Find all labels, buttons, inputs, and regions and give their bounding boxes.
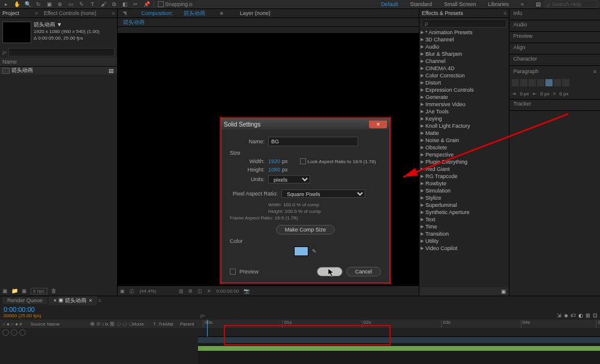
effects-category-row[interactable]: ▶JAe Tools <box>419 108 509 115</box>
effects-category-row[interactable]: ▶Immersive Video <box>419 101 509 108</box>
effects-category-row[interactable]: ▶Plugin Everything <box>419 158 509 166</box>
effects-category-row[interactable]: ▶Matte <box>419 130 509 137</box>
layer-tab[interactable]: Layer (none) <box>235 10 275 16</box>
tl-visibility-dot[interactable] <box>2 329 9 336</box>
bpc-toggle[interactable]: 8 bpc <box>31 288 47 294</box>
eyedropper-icon[interactable]: ✎ <box>312 248 317 254</box>
indent-first-icon[interactable]: ≡ <box>553 91 556 97</box>
timeline-layer-bar[interactable] <box>198 346 600 351</box>
puppet-tool-icon[interactable]: 📌 <box>143 1 150 8</box>
tl-audio-dot[interactable] <box>11 329 17 336</box>
tl-parent-header[interactable]: Parent <box>180 321 194 327</box>
indent-right-icon[interactable]: ⇤ <box>533 91 537 97</box>
effects-search-input[interactable] <box>422 19 507 28</box>
clone-tool-icon[interactable]: ⧉ <box>110 1 118 8</box>
selection-tool-icon[interactable]: ▸ <box>2 1 10 8</box>
effects-category-row[interactable]: ▶3D Channel <box>419 36 509 43</box>
panel-menu-icon[interactable]: ≡ <box>98 297 101 303</box>
panel-menu-icon[interactable]: ≡ <box>503 10 506 16</box>
brush-tool-icon[interactable]: 🖌 <box>100 1 107 8</box>
effects-category-row[interactable]: ▶Keying <box>419 115 509 122</box>
tl-opt3-icon[interactable]: 🏷 <box>571 312 576 318</box>
panel-menu-icon[interactable]: ≡ <box>593 68 596 74</box>
composition-tab[interactable]: Composition: 箭头动画 <box>131 10 215 17</box>
eraser-tool-icon[interactable]: ◧ <box>121 1 128 8</box>
make-comp-size-button[interactable]: Make Comp Size <box>276 225 335 234</box>
effects-category-row[interactable]: ▶Expression Controls <box>419 86 509 94</box>
viewer-res-icon[interactable]: ▥ <box>179 288 184 294</box>
workspace-toggle-icon[interactable]: ▤ <box>536 1 541 7</box>
timeline-timecode[interactable]: 0:00:00:00 <box>4 306 194 313</box>
align-left-icon[interactable] <box>512 79 519 86</box>
tracker-panel-tab[interactable]: Tracker <box>509 100 600 110</box>
audio-panel-tab[interactable]: Audio <box>509 20 600 31</box>
effects-category-row[interactable]: ▶Red Giant <box>419 166 509 173</box>
tl-opt2-icon[interactable]: ◈ <box>564 312 568 318</box>
tl-opt1-icon[interactable]: ⇲ <box>557 312 562 318</box>
workspace-libraries[interactable]: Libraries <box>488 1 509 7</box>
indent-left-value[interactable]: 0 px <box>520 91 529 97</box>
tl-opt6-icon[interactable]: ⊡ <box>593 312 598 318</box>
effects-category-row[interactable]: ▶Text <box>419 216 509 223</box>
paragraph-panel-tab[interactable]: Paragraph <box>513 68 538 74</box>
pan-behind-tool-icon[interactable]: ⊕ <box>56 1 64 8</box>
viewer-close-icon[interactable]: ✕ <box>207 288 211 294</box>
units-select[interactable]: pixels <box>268 175 310 183</box>
effects-category-row[interactable]: ▶CINEMA 4D <box>419 65 509 72</box>
help-search[interactable]: ρ Search Help <box>545 1 598 8</box>
viewer-time[interactable]: 0:00:00:00 <box>216 288 239 294</box>
effects-category-row[interactable]: ▶Video Copilot <box>419 245 509 252</box>
hand-tool-icon[interactable]: ✋ <box>13 1 20 8</box>
effects-category-row[interactable]: ▶Color Correction <box>419 72 509 79</box>
par-select[interactable]: Square Pixels <box>281 189 365 198</box>
justify-last-center-icon[interactable] <box>545 79 553 86</box>
effects-category-row[interactable]: ▶Superluminal <box>419 201 509 209</box>
solid-name-input[interactable] <box>268 137 358 146</box>
width-value[interactable]: 1920 <box>268 158 280 164</box>
viewer-channel-icon[interactable]: ◫ <box>130 288 134 294</box>
effects-category-row[interactable]: ▶Channel <box>419 58 509 65</box>
shape-tool-icon[interactable]: ▭ <box>67 1 74 8</box>
timeline-ruler[interactable]: 00s 01s 02s 03s 04s 05s <box>203 320 600 328</box>
preview-panel-tab[interactable]: Preview <box>509 32 600 43</box>
workspace-standard[interactable]: Standard <box>410 1 432 7</box>
justify-last-right-icon[interactable] <box>554 79 561 86</box>
tl-mode-header[interactable]: Mode <box>132 321 144 327</box>
justify-last-left-icon[interactable] <box>537 79 544 86</box>
tl-source-header[interactable]: Source Name <box>31 321 60 327</box>
effects-category-row[interactable]: ▶Obsolete <box>419 144 509 151</box>
project-search-input[interactable] <box>8 48 115 56</box>
align-panel-tab[interactable]: Align <box>509 43 600 54</box>
workspace-more-icon[interactable]: » <box>521 1 524 7</box>
effects-category-row[interactable]: ▶Synthetic Aperture <box>419 209 509 216</box>
project-col-name[interactable]: Name <box>2 59 17 65</box>
tl-search-icon[interactable]: ρ- <box>200 312 205 318</box>
text-tool-icon[interactable]: T <box>89 1 96 8</box>
viewer-guides-icon[interactable]: ⊞ <box>188 288 193 294</box>
tl-trkmat-header[interactable]: T .TrkMat <box>153 321 173 327</box>
effects-category-row[interactable]: ▶Utility <box>419 237 509 245</box>
info-panel-tab[interactable]: Info <box>509 9 600 20</box>
effects-category-row[interactable]: ▶Generate <box>419 94 509 101</box>
timeline-comp-tab[interactable]: × ▣ 箭头动画 <box>49 296 97 305</box>
pen-tool-icon[interactable]: ✎ <box>78 1 85 8</box>
new-folder-icon[interactable]: 📁 <box>11 288 18 294</box>
effects-category-row[interactable]: ▶Audio <box>419 43 509 50</box>
effects-category-row[interactable]: ▶Rowbyte <box>419 180 509 187</box>
snapping-toggle[interactable]: Snapping ⧈ <box>158 1 193 8</box>
indent-left-icon[interactable]: ⇥ <box>512 91 516 97</box>
project-item-thumbnail[interactable] <box>2 22 31 43</box>
panel-menu-icon[interactable]: ≡ <box>215 10 227 16</box>
camera-tool-icon[interactable]: ▣ <box>46 1 53 8</box>
effects-category-row[interactable]: ▶Distort <box>419 79 509 86</box>
panel-menu-icon[interactable]: ≡ <box>35 10 38 16</box>
interpret-footage-icon[interactable]: ▣ <box>2 288 8 294</box>
align-center-icon[interactable] <box>520 79 527 86</box>
effects-category-row[interactable]: ▶RG Trapcode <box>419 173 509 180</box>
tl-opt4-icon[interactable]: ◐ <box>578 312 583 318</box>
ok-button[interactable]: OK <box>317 267 343 276</box>
solid-color-swatch[interactable] <box>294 246 308 256</box>
zoom-tool-icon[interactable]: 🔍 <box>24 1 31 8</box>
effects-category-row[interactable]: ▶Transition <box>419 230 509 237</box>
effects-category-row[interactable]: ▶Stylize <box>419 194 509 201</box>
